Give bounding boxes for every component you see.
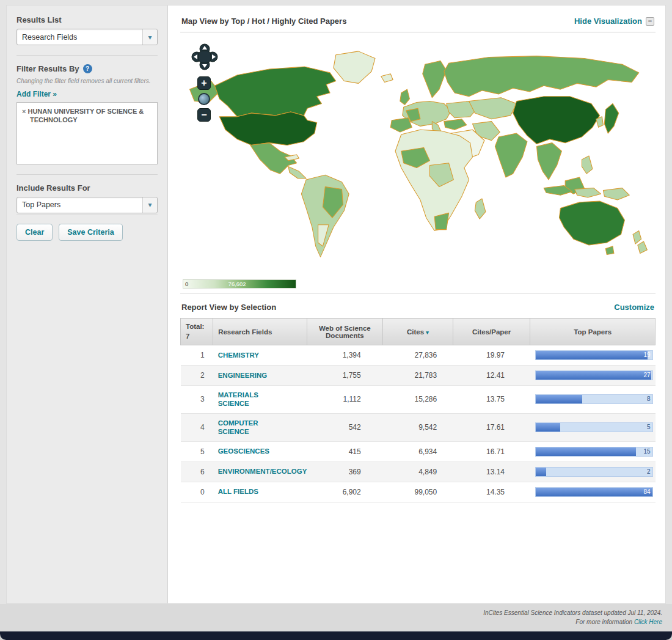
chevron-down-icon: ▾ bbox=[142, 29, 157, 45]
results-list-select[interactable]: Research Fields ▾ bbox=[16, 29, 158, 45]
top-papers-bar-fill bbox=[536, 371, 651, 380]
top-papers-bar: 5 bbox=[535, 422, 653, 432]
map-view: + − bbox=[180, 35, 656, 278]
click-here-link[interactable]: Click Here bbox=[634, 619, 662, 625]
row-rank: 5 bbox=[181, 441, 213, 462]
hide-visualization-link[interactable]: Hide Visualization − bbox=[574, 17, 654, 26]
research-field-link[interactable]: CHEMISTRY bbox=[218, 351, 259, 359]
field-cell: MATERIALS SCIENCE bbox=[213, 386, 307, 414]
top-papers-value: 2 bbox=[647, 468, 651, 476]
top-papers-bar: 84 bbox=[535, 487, 653, 497]
add-filter-link[interactable]: Add Filter » bbox=[16, 90, 57, 98]
table-row: 3 MATERIALS SCIENCE 1,112 15,286 13.75 8 bbox=[181, 386, 656, 414]
research-field-link[interactable]: COMPUTER SCIENCE bbox=[218, 419, 290, 436]
top-papers-cell: 15 bbox=[530, 441, 656, 462]
map-legend: 0 76,602 bbox=[183, 279, 296, 289]
cites-per-paper-value: 17.61 bbox=[453, 413, 530, 441]
top-papers-value: 8 bbox=[647, 395, 651, 403]
top-papers-bar-fill bbox=[536, 447, 636, 456]
map-pan-control[interactable] bbox=[191, 43, 218, 70]
column-header-cites-per-paper[interactable]: Cites/Paper bbox=[453, 318, 530, 345]
top-papers-bar: 19 bbox=[535, 350, 653, 360]
include-results-select[interactable]: Top Papers ▾ bbox=[16, 197, 158, 213]
cites-value: 21,783 bbox=[383, 366, 453, 386]
map-header: Map View by Top / Hot / Highly Cited Pap… bbox=[180, 14, 656, 32]
top-papers-bar: 8 bbox=[535, 394, 653, 404]
esi-page: Results List Research Fields ▾ Filter Re… bbox=[0, 0, 672, 640]
report-table: Total: 7 Research Fields Web of Science … bbox=[180, 318, 656, 502]
row-rank: 0 bbox=[181, 482, 213, 502]
top-papers-bar: 2 bbox=[535, 467, 653, 477]
top-papers-cell: 19 bbox=[530, 345, 656, 366]
research-field-link[interactable]: ENVIRONMENT/ECOLOGY bbox=[218, 467, 290, 476]
report-header: Report View by Selection Customize bbox=[180, 293, 656, 318]
include-results-selected-value: Top Papers bbox=[22, 200, 60, 209]
column-header-top-papers[interactable]: Top Papers bbox=[530, 318, 656, 345]
clear-button[interactable]: Clear bbox=[16, 224, 53, 241]
cites-value: 6,934 bbox=[383, 441, 453, 462]
column-header-total: Total: 7 bbox=[181, 318, 213, 345]
zoom-reset-globe-icon[interactable] bbox=[198, 93, 210, 105]
filter-by-label: Filter Results By bbox=[16, 64, 79, 73]
top-papers-bar-fill bbox=[536, 351, 648, 359]
research-field-link[interactable]: MATERIALS SCIENCE bbox=[218, 391, 290, 408]
zoom-in-button[interactable]: + bbox=[197, 76, 211, 90]
table-row: 1 CHEMISTRY 1,394 27,836 19.97 19 bbox=[181, 345, 656, 366]
table-row: 2 ENGINEERING 1,755 21,783 12.41 27 bbox=[181, 366, 656, 386]
total-value: 7 bbox=[186, 332, 208, 342]
page-footer: InCites Essential Science Indicators dat… bbox=[0, 604, 672, 631]
include-section: Include Results For Top Papers ▾ bbox=[16, 174, 158, 213]
filter-item[interactable]: ×HUNAN UNIVERSITY OF SCIENCE & TECHNOLOG… bbox=[22, 107, 152, 125]
sidebar-buttons: Clear Save Criteria bbox=[16, 215, 158, 241]
column-header-cites[interactable]: Cites ▾ bbox=[383, 318, 453, 345]
sort-descending-icon: ▾ bbox=[426, 329, 429, 336]
include-results-label: Include Results For bbox=[16, 183, 158, 193]
cites-label: Cites bbox=[407, 328, 424, 336]
top-papers-bar-fill bbox=[536, 395, 582, 403]
world-choropleth-map[interactable] bbox=[180, 35, 656, 278]
cites-per-paper-value: 13.75 bbox=[453, 386, 530, 414]
row-rank: 6 bbox=[181, 462, 213, 482]
top-papers-bar-fill bbox=[536, 488, 652, 496]
top-papers-bar-fill bbox=[536, 468, 546, 476]
dataset-updated-text: InCites Essential Science Indicators dat… bbox=[483, 609, 662, 616]
more-info-text: For more information bbox=[575, 619, 634, 625]
remove-filter-icon[interactable]: × bbox=[22, 108, 26, 115]
field-cell: ENVIRONMENT/ECOLOGY bbox=[213, 462, 307, 482]
top-papers-value: 19 bbox=[643, 351, 650, 359]
top-papers-cell: 27 bbox=[530, 366, 656, 386]
research-field-link[interactable]: ALL FIELDS bbox=[218, 487, 258, 496]
column-header-research-fields: Research Fields bbox=[213, 318, 307, 345]
top-papers-value: 27 bbox=[643, 371, 650, 380]
results-list-selected-value: Research Fields bbox=[22, 33, 77, 42]
customize-link[interactable]: Customize bbox=[614, 303, 654, 312]
documents-value: 415 bbox=[307, 441, 383, 462]
row-rank: 1 bbox=[181, 345, 213, 366]
cites-per-paper-value: 19.97 bbox=[453, 345, 530, 366]
research-field-link[interactable]: GEOSCIENCES bbox=[218, 447, 269, 455]
total-label: Total: bbox=[186, 322, 208, 332]
documents-value: 369 bbox=[307, 462, 383, 482]
documents-value: 1,394 bbox=[307, 345, 383, 366]
research-field-link[interactable]: ENGINEERING bbox=[218, 371, 268, 380]
map-title: Map View by Top / Hot / Highly Cited Pap… bbox=[181, 17, 346, 26]
column-header-documents[interactable]: Web of Science Documents bbox=[307, 318, 383, 345]
top-papers-cell: 2 bbox=[530, 462, 656, 482]
report-table-body: 1 CHEMISTRY 1,394 27,836 19.97 19 2 ENGI… bbox=[181, 345, 656, 502]
save-criteria-button[interactable]: Save Criteria bbox=[59, 224, 122, 241]
results-list-label: Results List bbox=[16, 15, 158, 24]
top-papers-value: 5 bbox=[647, 423, 651, 432]
cites-value: 99,050 bbox=[383, 482, 453, 502]
top-papers-cell: 8 bbox=[530, 386, 656, 414]
hide-visualization-label: Hide Visualization bbox=[574, 17, 642, 26]
cites-value: 4,849 bbox=[383, 462, 453, 482]
filter-item-label: HUNAN UNIVERSITY OF SCIENCE & TECHNOLOGY bbox=[27, 108, 144, 123]
chevron-down-icon: ▾ bbox=[142, 197, 157, 213]
help-icon[interactable]: ? bbox=[83, 64, 92, 73]
top-papers-bar-fill bbox=[536, 423, 560, 432]
zoom-out-button[interactable]: − bbox=[197, 108, 211, 122]
field-cell: COMPUTER SCIENCE bbox=[213, 413, 307, 441]
cites-per-paper-value: 14.35 bbox=[453, 482, 530, 502]
row-rank: 3 bbox=[181, 386, 213, 414]
field-cell: ENGINEERING bbox=[213, 366, 307, 386]
